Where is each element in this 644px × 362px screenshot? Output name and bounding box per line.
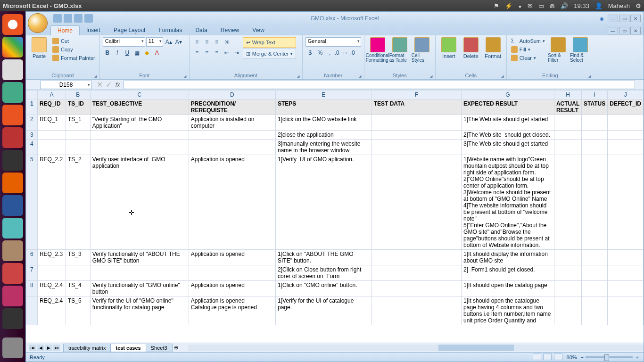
cell[interactable] [554,296,581,325]
font-color-button[interactable]: A [152,48,162,58]
col-header-B[interactable]: B [66,90,90,99]
volume-icon[interactable]: 🔊 [561,2,568,9]
cell[interactable]: 3]The Web site should get started [462,140,554,155]
cell[interactable] [582,296,608,325]
zoom-level[interactable]: 80% [567,354,577,360]
cell[interactable]: 1]Click on "GMO online" button. [275,281,372,296]
header-cell[interactable]: STEPS [275,99,372,115]
mail-icon[interactable]: ✉ [528,2,533,9]
row-header[interactable]: 8 [26,281,38,296]
gimp-icon[interactable] [2,240,23,261]
gear-icon[interactable]: ⚙ [636,2,641,9]
indent-increase-icon[interactable]: ⇥ [232,48,241,58]
percent-icon[interactable]: % [315,48,325,58]
bold-button[interactable]: B [103,48,112,58]
shrink-font-icon[interactable]: A▾ [174,37,183,47]
new-sheet-icon[interactable]: ⊕ [174,345,178,351]
ribbon-tab-data[interactable]: Data [189,25,214,35]
currency-icon[interactable]: $ [305,48,315,58]
cell[interactable]: 1]click on the GMO website link [275,115,372,131]
header-cell[interactable]: STATUS [582,99,608,115]
sheet-tab[interactable]: test cases [110,344,146,352]
cell[interactable] [66,265,90,281]
cell[interactable]: REQ_2.4 [37,281,66,296]
ribbon-tab-formulas[interactable]: Formulas [152,25,189,35]
cell[interactable] [372,131,461,140]
wrap-text-button[interactable]: ↩Wrap Text [243,37,297,48]
cell[interactable]: 1]Verify for the UI of catalogue page. [275,296,372,325]
firefox-icon[interactable] [2,173,23,193]
last-sheet-icon[interactable]: ⏭ [53,345,60,351]
border-button[interactable]: ▦ [132,48,142,58]
row-header[interactable]: 5 [26,155,38,250]
copy-button[interactable]: Copy [51,46,97,53]
cell[interactable] [582,140,608,155]
format-as-table-button[interactable]: Format as Table [389,37,410,63]
midori-icon[interactable] [2,82,23,103]
next-sheet-icon[interactable]: ▶ [45,345,52,351]
col-header-G[interactable]: G [462,90,554,99]
cell[interactable] [90,131,189,140]
row-header[interactable]: 7 [26,265,38,281]
cell[interactable] [554,265,581,281]
cell[interactable]: Application is installed on computer [189,115,275,131]
notification-icon[interactable]: ⚑ [494,2,499,9]
merge-center-button[interactable]: ⊞Merge & Center▾ [243,49,297,59]
sheet-tab[interactable]: Sheet3 [146,344,173,352]
dropbox-icon[interactable]: ⬥ [518,2,522,9]
col-header-D[interactable]: D [189,90,275,99]
format-painter-button[interactable]: Format Painter [51,54,97,62]
cell[interactable] [372,250,461,265]
sort-filter-button[interactable]: Sort & Filter [548,37,569,63]
cell[interactable] [608,265,644,281]
cell[interactable]: Verify for the UI of "GMO online" functi… [90,296,189,325]
chrome-icon[interactable] [2,37,23,58]
align-bottom-icon[interactable]: ≡ [212,37,222,47]
enter-formula-icon[interactable]: ✓ [106,80,112,89]
save-icon[interactable] [53,14,62,23]
cell[interactable] [37,265,66,281]
cell[interactable]: 1]It should open the catalog page [462,281,554,296]
cell[interactable] [608,281,644,296]
fx-icon[interactable]: fx [116,82,120,88]
align-left-icon[interactable]: ≡ [192,48,202,58]
cut-button[interactable]: Cut [51,37,97,45]
header-cell[interactable]: TEST DATA [372,99,461,115]
zoom-in-icon[interactable]: ＋ [635,354,640,361]
cell[interactable]: REQ_2.4 [37,296,66,325]
col-header-F[interactable]: F [372,90,461,99]
conditional-formatting-button[interactable]: Conditional Formatting [367,37,388,63]
cell[interactable] [554,140,581,155]
cell[interactable] [608,296,644,325]
doc-restore-button[interactable]: ▭ [619,27,629,34]
cell[interactable]: 2]The Web site should get closed. [462,131,554,140]
cell[interactable]: "Verify Starting of the GMO Application" [90,115,189,131]
header-cell[interactable]: TS_ID [66,99,90,115]
close-button[interactable]: ✕ [630,15,641,22]
cell[interactable] [608,250,644,265]
undo-icon[interactable] [64,14,72,23]
font-name-combo[interactable]: Calibri [103,37,145,47]
cell[interactable]: TS_4 [66,281,90,296]
cell[interactable] [372,265,461,281]
cell[interactable] [372,155,461,250]
page-break-view-icon[interactable] [554,354,562,360]
first-sheet-icon[interactable]: ⏮ [29,345,36,351]
files-icon[interactable] [2,105,23,125]
cell[interactable] [372,296,461,325]
ribbon-tab-review[interactable]: Review [214,25,246,35]
cell[interactable] [189,131,275,140]
user-icon[interactable]: 👤 [595,2,603,9]
header-cell[interactable]: REQ_ID [37,99,66,115]
redo-icon[interactable] [74,14,83,23]
col-header-A[interactable]: A [37,90,66,99]
minimize-button[interactable]: — [608,15,618,22]
select-all-corner[interactable] [26,90,38,99]
autosum-button[interactable]: ΣAutoSum▾ [510,37,546,45]
decrease-decimal-icon[interactable]: ←.0 [345,48,355,58]
charge-icon[interactable]: ⚡ [505,2,512,9]
page-layout-view-icon[interactable] [543,354,552,360]
cell[interactable] [582,155,608,250]
cell[interactable] [66,140,90,155]
row-header[interactable]: 3 [26,131,38,140]
